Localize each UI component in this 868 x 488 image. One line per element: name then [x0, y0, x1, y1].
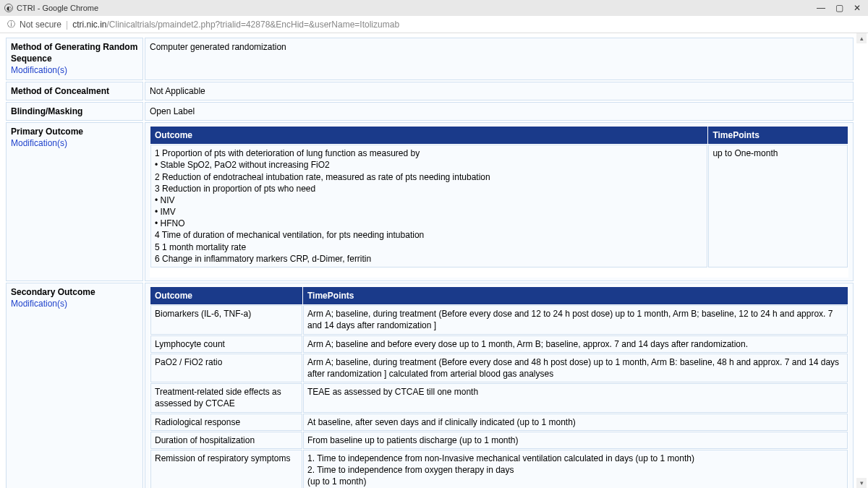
row-label: Primary Outcome — [11, 127, 83, 137]
table-row: Secondary Outcome Modification(s) Outcom… — [6, 283, 854, 488]
modification-link[interactable]: Modification(s) — [11, 299, 67, 309]
table-row: Biomarkers (IL-6, TNF-a)Arm A; baseline,… — [150, 305, 848, 334]
secondary-outcome: Treatment-related side effects as assess… — [150, 383, 302, 412]
scroll-up-button[interactable]: ▴ — [856, 33, 867, 43]
trial-details-table: Method of Generating Random Sequence Mod… — [4, 36, 855, 488]
primary-outcome-table: Outcome TimePoints 1 Proportion of pts w… — [150, 126, 848, 278]
url-path: /Clinicaltrials/pmaindet2.php?trialid=42… — [107, 20, 400, 30]
row-label: Method of Generating Random Sequence — [11, 42, 137, 64]
maximize-button[interactable]: ▢ — [835, 3, 843, 13]
table-row: Duration of hospitalizationFrom baseline… — [150, 432, 848, 449]
secondary-outcome: Remission of respiratory symptoms — [150, 450, 302, 488]
scroll-down-button[interactable]: ▾ — [856, 478, 867, 488]
row-value: Not Applicable — [145, 82, 854, 100]
primary-timepoints: up to One-month — [708, 145, 848, 267]
table-row: PaO2 / FiO2 ratioArm A; baseline, during… — [150, 354, 848, 382]
row-value: Open Label — [145, 102, 854, 121]
col-header: TimePoints — [708, 127, 848, 144]
url-host: ctri.nic.in — [72, 20, 106, 30]
secondary-timepoints: Arm A; baseline and before every dose up… — [303, 335, 848, 353]
secondary-outcome: Radiological response — [150, 414, 302, 431]
table-row: Radiological responseAt baseline, after … — [150, 414, 848, 431]
page-content: Method of Generating Random Sequence Mod… — [0, 33, 868, 488]
row-label: Blinding/Masking — [6, 102, 143, 121]
app-favicon: ◐ — [4, 4, 13, 12]
secondary-outcome: Duration of hospitalization — [150, 432, 302, 449]
close-button[interactable]: ✕ — [854, 3, 861, 13]
secondary-outcome: Lymphocyte count — [150, 335, 302, 353]
primary-outcome-body: 1 Proportion of pts with deterioration o… — [150, 145, 707, 267]
secondary-timepoints: Arm A; baseline, during treatment (Befor… — [303, 305, 848, 334]
col-header: Outcome — [150, 287, 302, 304]
table-row: Treatment-related side effects as assess… — [150, 383, 848, 412]
row-value: Computer generated randomization — [145, 38, 854, 80]
secondary-outcome-table: Outcome TimePoints Biomarkers (IL-6, TNF… — [150, 286, 848, 488]
modification-link[interactable]: Modification(s) — [11, 65, 67, 75]
security-label: Not secure — [20, 20, 61, 30]
col-header: TimePoints — [303, 287, 848, 304]
table-row: Blinding/Masking Open Label — [6, 102, 854, 121]
secondary-timepoints: At baseline, after seven days and if cli… — [303, 414, 848, 431]
table-row: Primary Outcome Modification(s) Outcome … — [6, 122, 854, 281]
secondary-timepoints: TEAE as assessed by CTCAE till one month — [303, 383, 848, 412]
secondary-timepoints: Arm A; baseline, during treatment (Befor… — [303, 354, 848, 382]
window-titlebar: ◐ CTRI - Google Chrome — ▢ ✕ — [0, 0, 868, 16]
table-row: Method of Generating Random Sequence Mod… — [6, 38, 854, 80]
row-label: Secondary Outcome — [11, 287, 95, 297]
window-controls: — ▢ ✕ — [817, 3, 864, 13]
table-row: Lymphocyte countArm A; baseline and befo… — [150, 335, 848, 353]
row-label: Method of Concealment — [6, 82, 143, 100]
secondary-outcome: Biomarkers (IL-6, TNF-a) — [150, 305, 302, 334]
table-row: Method of Concealment Not Applicable — [6, 82, 854, 100]
secondary-timepoints: From baseline up to patients discharge (… — [303, 432, 848, 449]
window-title: CTRI - Google Chrome — [17, 4, 817, 12]
secondary-outcome: PaO2 / FiO2 ratio — [150, 354, 302, 382]
minimize-button[interactable]: — — [817, 3, 825, 13]
table-row: Remission of respiratory symptoms1. Time… — [150, 450, 848, 488]
col-header: Outcome — [150, 127, 707, 144]
modification-link[interactable]: Modification(s) — [11, 138, 67, 148]
address-bar[interactable]: ⓘ Not secure | ctri.nic.in /Clinicaltria… — [0, 16, 868, 33]
secondary-timepoints: 1. Time to independence from non-Invasiv… — [303, 450, 848, 488]
not-secure-icon: ⓘ — [7, 19, 15, 30]
